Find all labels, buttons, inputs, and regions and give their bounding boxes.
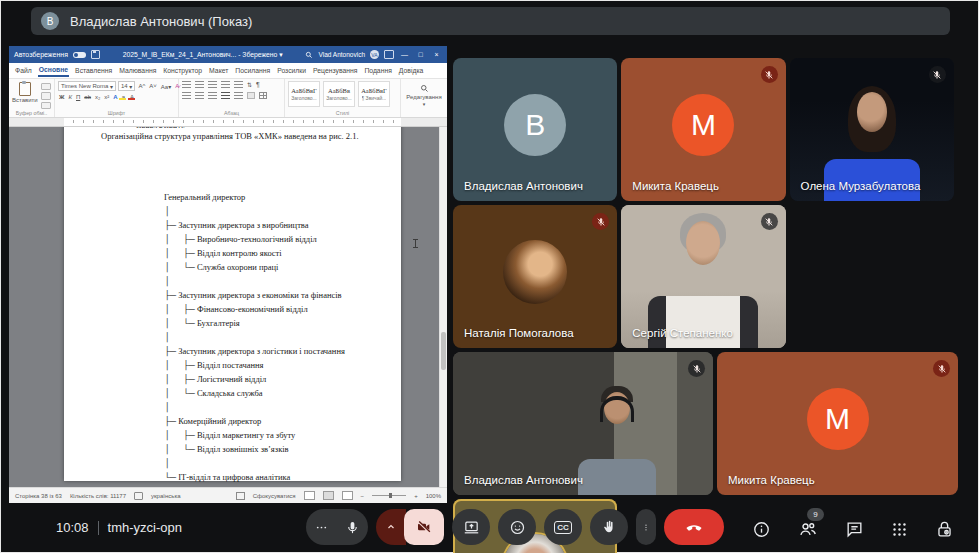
chat-icon[interactable]: [845, 520, 864, 539]
maximize-button[interactable]: □: [415, 51, 426, 58]
superscript-button[interactable]: х²: [103, 94, 110, 100]
ribbon-tab[interactable]: Подання: [363, 65, 392, 76]
underline-button[interactable]: П: [75, 94, 81, 100]
ribbon-tab[interactable]: Основне: [38, 64, 69, 77]
zoom-in-button[interactable]: +: [414, 493, 418, 499]
grow-font-button[interactable]: А^: [137, 83, 146, 89]
close-button[interactable]: ×: [431, 51, 442, 58]
account-avatar[interactable]: VA: [370, 50, 379, 59]
align-center-icon[interactable]: [195, 92, 204, 99]
ribbon-tab[interactable]: Конструктор: [162, 65, 203, 76]
participant-tile[interactable]: Олена Мурзабулатова: [790, 58, 954, 201]
print-layout-icon[interactable]: [323, 491, 334, 500]
mic-icon[interactable]: [337, 509, 368, 545]
vertical-scrollbar[interactable]: [439, 127, 447, 487]
meeting-code: tmh-yzci-opn: [108, 520, 182, 535]
highlight-button[interactable]: а: [121, 94, 127, 100]
participant-tile[interactable]: М Микита Кравець: [621, 58, 785, 201]
present-screen-button[interactable]: [452, 509, 490, 545]
read-mode-icon[interactable]: [304, 491, 315, 500]
increase-indent-icon[interactable]: [234, 81, 243, 88]
save-icon[interactable]: [91, 50, 100, 59]
more-options-button[interactable]: [636, 509, 656, 545]
participant-tile[interactable]: Владислав Антонович: [453, 352, 713, 495]
ribbon-tab[interactable]: Посилання: [234, 65, 271, 76]
camera-options-button[interactable]: [376, 509, 406, 545]
document-page[interactable]: менеджменту. Організаційна структура упр…: [64, 127, 401, 481]
participant-tile[interactable]: В Владислав Антонович: [453, 58, 617, 201]
ribbon-tab[interactable]: Довідка: [398, 65, 424, 76]
italic-button[interactable]: К: [67, 94, 73, 100]
ribbon-tab[interactable]: Рецензування: [312, 65, 358, 76]
pilcrow-icon[interactable]: ¶: [256, 81, 260, 88]
justify-icon[interactable]: [221, 92, 230, 99]
style-preset[interactable]: АаБбВвГ Заголово...: [288, 81, 320, 107]
shading-icon[interactable]: [247, 92, 255, 99]
subscript-button[interactable]: х₂: [94, 94, 101, 100]
style-preset[interactable]: АаБбВв Заголово...: [323, 81, 355, 107]
tree-line: │ ├─ Відділ контролю якості: [164, 246, 383, 260]
end-call-button[interactable]: [664, 509, 724, 545]
editing-group[interactable]: Редагування ▾: [401, 79, 447, 117]
line-spacing-icon[interactable]: [234, 92, 243, 99]
bullets-icon[interactable]: [182, 81, 191, 88]
tree-line: ├─ Заступник директора з економіки та фі…: [164, 288, 383, 302]
style-preset[interactable]: АаБбВвГ ¶ Звичай...: [358, 81, 390, 107]
ribbon-tab[interactable]: Малювання: [118, 65, 157, 76]
minimize-button[interactable]: —: [399, 51, 410, 58]
page-indicator[interactable]: Сторінка 38 із 63: [15, 493, 62, 499]
multilevel-list-icon[interactable]: [208, 81, 217, 88]
participant-tile[interactable]: Наталія Помогалова: [453, 205, 617, 348]
numbering-icon[interactable]: [195, 81, 204, 88]
focus-label[interactable]: Сфокусуватися: [253, 493, 296, 499]
document-canvas[interactable]: менеджменту. Організаційна структура упр…: [9, 127, 447, 487]
shared-screen-word-window[interactable]: Автозбереження 2025_М_ІВ_ЕКм_24_1_Антоно…: [9, 46, 447, 503]
format-painter-icon[interactable]: [41, 102, 51, 109]
copy-icon[interactable]: [41, 92, 51, 99]
account-name[interactable]: Vlad Antonovich: [318, 51, 365, 58]
align-left-icon[interactable]: [182, 92, 191, 99]
camera-off-button[interactable]: [404, 509, 444, 545]
web-layout-icon[interactable]: [342, 491, 353, 500]
ribbon-display-options-icon[interactable]: [384, 50, 394, 59]
text-effects-button[interactable]: А: [112, 94, 118, 100]
change-case-button[interactable]: Аа▾: [160, 83, 172, 90]
clipboard-group-label: Буфер обмі..: [9, 110, 54, 116]
participant-tile[interactable]: М Микита Кравець: [717, 352, 958, 495]
participant-tile[interactable]: Сергій Степаненко: [621, 205, 785, 348]
reactions-button[interactable]: [498, 509, 536, 545]
cut-icon[interactable]: [41, 83, 51, 90]
apps-icon[interactable]: [891, 521, 908, 538]
font-name-select[interactable]: Times New Roma ▾: [58, 81, 116, 91]
zoom-out-button[interactable]: −: [361, 493, 365, 499]
zoom-level[interactable]: 100%: [426, 493, 441, 499]
search-icon[interactable]: [305, 51, 313, 59]
align-right-icon[interactable]: [208, 92, 217, 99]
sort-icon[interactable]: ⇅: [247, 81, 252, 88]
autosave-toggle[interactable]: [73, 52, 86, 58]
language-indicator[interactable]: українська: [151, 493, 181, 499]
ribbon-tab[interactable]: Макет: [208, 65, 229, 76]
ribbon-tab[interactable]: Розсилки: [276, 65, 307, 76]
borders-icon[interactable]: [259, 92, 267, 99]
microphone-button[interactable]: [306, 509, 368, 545]
host-controls-lock-icon[interactable]: [935, 520, 954, 539]
font-color-button[interactable]: А: [129, 94, 136, 100]
font-size-select[interactable]: 14 ▾: [118, 81, 135, 91]
paste-button[interactable]: Вставити: [12, 82, 38, 109]
shrink-font-button[interactable]: А˅: [148, 83, 158, 89]
captions-button[interactable]: CC: [544, 509, 582, 545]
info-icon[interactable]: [752, 520, 771, 539]
zoom-slider[interactable]: [372, 495, 406, 496]
bold-button[interactable]: Ж: [58, 94, 65, 100]
ribbon-tab[interactable]: Файл: [14, 65, 33, 76]
scrollbar-thumb[interactable]: [441, 332, 446, 370]
raise-hand-button[interactable]: [590, 509, 628, 545]
decrease-indent-icon[interactable]: [221, 81, 230, 88]
word-count[interactable]: Кількість слів: 11177: [70, 493, 126, 499]
people-icon[interactable]: 9: [798, 519, 818, 539]
mic-options-icon[interactable]: [306, 509, 337, 545]
ribbon-tab[interactable]: Вставлення: [74, 65, 113, 76]
proofing-icon[interactable]: [134, 492, 143, 500]
strikethrough-button[interactable]: ab: [83, 94, 92, 100]
